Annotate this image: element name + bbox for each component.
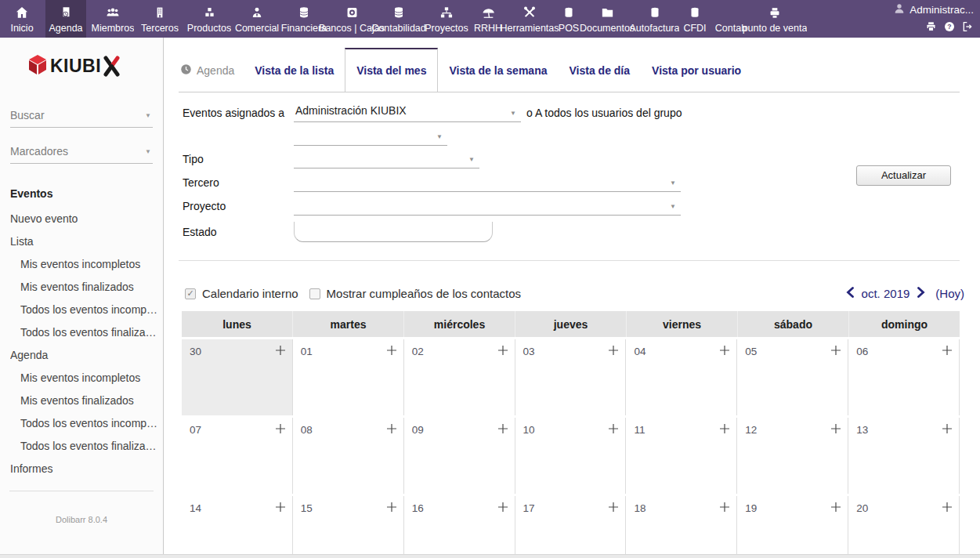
group-select[interactable]: ▼ <box>294 125 447 146</box>
plus-icon[interactable] <box>386 502 397 516</box>
menu-item-todos-incompletos[interactable]: Todos los eventos incomp… <box>10 303 163 316</box>
topmenu-punto-de-venta[interactable]: punto de venta <box>754 0 795 38</box>
documents-icon <box>599 3 616 20</box>
bookmarks-label: Marcadores <box>10 145 68 158</box>
events-menu: Eventos Nuevo evento Lista Mis eventos i… <box>10 187 163 475</box>
calendario-interno-checkbox[interactable]: ✓ <box>185 288 196 299</box>
plus-icon[interactable] <box>608 502 619 516</box>
day-cell-05[interactable]: 05 <box>737 339 848 415</box>
topmenu-comercial[interactable]: Comercial <box>238 0 276 38</box>
menu-item-lista[interactable]: Lista <box>10 235 163 248</box>
plus-icon[interactable] <box>942 423 953 437</box>
actualizar-button[interactable]: Actualizar <box>856 165 951 186</box>
plus-icon[interactable] <box>497 345 508 359</box>
assigned-user-select[interactable]: Administración KIUBIX ▼ <box>294 102 521 122</box>
topmenu-miembros[interactable]: Miembros <box>92 0 133 38</box>
tab-vista-de-dia[interactable]: Vista de día <box>558 48 641 92</box>
plus-icon[interactable] <box>942 502 953 516</box>
plus-icon[interactable] <box>608 345 619 359</box>
topmenu-contabilidad[interactable]: Contabilidad <box>378 0 420 38</box>
topmenu-terceros[interactable]: Terceros <box>139 0 180 38</box>
menu-item-mis-eventos-finalizados-2[interactable]: Mis eventos finalizados <box>10 394 163 407</box>
day-cell-16[interactable]: 16 <box>404 496 515 558</box>
day-cell-30[interactable]: 30 <box>182 339 293 415</box>
menu-item-mis-eventos-incompletos[interactable]: Mis eventos incompletos <box>10 258 163 270</box>
proyecto-select[interactable]: ▼ <box>294 195 681 216</box>
topmenu-bancos[interactable]: Bancos | Cajas <box>332 0 371 38</box>
topmenu-agenda[interactable]: Agenda <box>45 0 86 38</box>
tab-vista-del-mes[interactable]: Vista del mes <box>345 48 438 92</box>
topmenu-productos[interactable]: Productos <box>186 0 232 38</box>
day-cell-09[interactable]: 09 <box>404 418 515 494</box>
menu-header-eventos: Eventos <box>10 187 163 200</box>
plus-icon[interactable] <box>830 502 841 516</box>
topmenu-rrhh[interactable]: RRHH <box>473 0 503 38</box>
plus-icon[interactable] <box>942 345 953 359</box>
menu-item-informes[interactable]: Informes <box>10 462 163 475</box>
tab-vista-de-la-lista[interactable]: Vista de la lista <box>244 48 345 92</box>
plus-icon[interactable] <box>386 423 397 437</box>
plus-icon[interactable] <box>719 423 730 437</box>
day-cell-04[interactable]: 04 <box>626 339 737 415</box>
plus-icon[interactable] <box>275 345 286 359</box>
chevron-right-icon[interactable] <box>917 287 925 300</box>
plus-icon[interactable] <box>275 423 286 437</box>
tipo-label: Tipo <box>183 153 204 165</box>
menu-item-mis-eventos-incompletos-2[interactable]: Mis eventos incompletos <box>10 371 163 384</box>
menu-item-todos-finalizados[interactable]: Todos los eventos finaliza… <box>10 326 163 339</box>
day-cell-02[interactable]: 02 <box>404 339 515 415</box>
topmenu-proyectos[interactable]: Proyectos <box>426 0 467 38</box>
help-icon[interactable]: ? <box>943 20 956 36</box>
chevron-left-icon[interactable] <box>846 287 855 300</box>
day-cell-11[interactable]: 11 <box>626 418 737 494</box>
plus-icon[interactable] <box>608 423 619 437</box>
day-cell-15[interactable]: 15 <box>293 496 404 558</box>
today-link[interactable]: (Hoy) <box>935 287 964 300</box>
user-menu[interactable]: Administrac... <box>893 2 974 17</box>
day-cell-10[interactable]: 10 <box>515 418 627 494</box>
day-cell-06[interactable]: 06 <box>848 339 960 415</box>
topmenu-cfdi[interactable]: CFDI <box>682 0 707 38</box>
plus-icon[interactable] <box>830 423 841 437</box>
menu-item-todos-incompletos-2[interactable]: Todos los eventos incomp… <box>10 417 163 429</box>
topmenu-documentos[interactable]: Documentos <box>588 0 627 38</box>
tercero-select[interactable]: ▼ <box>294 172 681 192</box>
tab-vista-de-la-semana[interactable]: Vista de la semana <box>438 48 558 92</box>
menu-item-agenda[interactable]: Agenda <box>10 349 163 361</box>
day-cell-19[interactable]: 19 <box>737 496 848 558</box>
topmenu-pos[interactable]: POS <box>556 0 581 38</box>
menu-item-todos-finalizados-2[interactable]: Todos los eventos finaliza… <box>10 440 163 452</box>
day-cell-07[interactable]: 07 <box>182 418 293 494</box>
plus-icon[interactable] <box>719 502 730 516</box>
day-cell-18[interactable]: 18 <box>626 496 737 558</box>
day-cell-17[interactable]: 17 <box>515 496 627 558</box>
topmenu-autofactura[interactable]: Autofactura <box>633 0 676 38</box>
top-menu-bar: Inicio Agenda Miembros Terceros Producto… <box>0 0 980 38</box>
menu-item-mis-eventos-finalizados[interactable]: Mis eventos finalizados <box>10 281 163 293</box>
plus-icon[interactable] <box>386 345 397 359</box>
tab-vista-por-usuario[interactable]: Vista por usuario <box>641 48 752 92</box>
print-icon[interactable] <box>924 20 938 36</box>
plus-icon[interactable] <box>830 345 841 359</box>
day-cell-08[interactable]: 08 <box>293 418 404 494</box>
day-cell-01[interactable]: 01 <box>293 339 404 415</box>
day-cell-03[interactable]: 03 <box>515 339 627 415</box>
logout-icon[interactable] <box>961 20 974 36</box>
menu-item-nuevo-evento[interactable]: Nuevo evento <box>10 212 163 225</box>
day-cell-12[interactable]: 12 <box>737 418 848 494</box>
estado-input[interactable] <box>294 222 493 242</box>
plus-icon[interactable] <box>497 423 508 437</box>
plus-icon[interactable] <box>275 502 286 516</box>
topmenu-inicio[interactable]: Inicio <box>5 0 39 38</box>
plus-icon[interactable] <box>719 345 730 359</box>
search-dropdown[interactable]: Buscar ▼ <box>10 106 153 128</box>
mostrar-cumpleanos-checkbox[interactable] <box>309 288 320 299</box>
day-cell-20[interactable]: 20 <box>848 496 960 558</box>
assigned-user-value: Administración KIUBIX <box>295 104 407 117</box>
plus-icon[interactable] <box>497 502 508 516</box>
topmenu-herramientas[interactable]: Herramientas <box>509 0 550 38</box>
day-cell-14[interactable]: 14 <box>182 496 293 558</box>
tipo-select[interactable]: ▼ <box>294 148 479 168</box>
day-cell-13[interactable]: 13 <box>848 418 960 494</box>
bookmarks-dropdown[interactable]: Marcadores ▼ <box>10 142 153 164</box>
